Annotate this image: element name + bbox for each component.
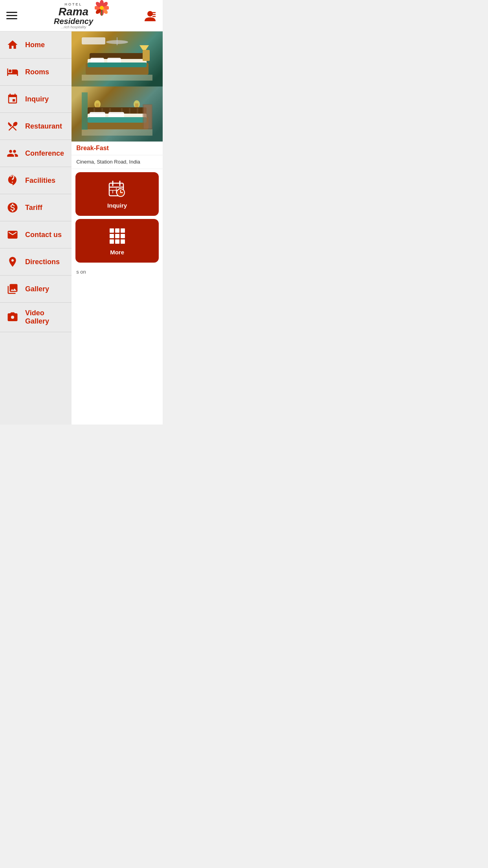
coins-icon [6,200,20,215]
sidebar-label-facilities: Facilities [25,177,55,185]
logo-tagline: ...rich hospitality [54,25,93,29]
envelope-icon [6,228,20,242]
svg-rect-42 [88,117,147,123]
restaurant-icon [6,119,20,133]
svg-rect-67 [121,239,125,244]
conference-icon [6,146,20,160]
facilities-icon [6,173,20,188]
compass-icon [6,255,20,269]
sidebar-item-inquiry[interactable]: Inquiry [0,86,72,113]
home-icon [6,38,20,52]
inquiry-icon [6,92,20,106]
sidebar-item-facilities[interactable]: Facilities [0,167,72,194]
svg-rect-24 [143,50,150,61]
sidebar-item-video-gallery[interactable]: Video Gallery [0,303,72,332]
svg-rect-65 [110,239,114,244]
svg-rect-63 [115,234,119,238]
sidebar-label-tariff: Tariff [25,204,42,212]
svg-rect-59 [110,228,114,233]
svg-point-10 [147,11,153,17]
svg-rect-62 [110,234,114,238]
sidebar-label-gallery: Gallery [25,285,49,293]
gallery-icon [6,282,20,296]
sidebar-item-restaurant[interactable]: Restaurant [0,113,72,140]
svg-rect-26 [82,75,152,81]
sidebar-item-conference[interactable]: Conference [0,140,72,167]
sidebar-item-directions[interactable]: Directions [0,248,72,276]
svg-rect-66 [115,239,119,244]
hamburger-menu-button[interactable] [6,12,17,19]
inquiry-button[interactable]: Inquiry [75,172,159,216]
sidebar-label-restaurant: Restaurant [25,122,62,131]
more-button[interactable]: More [75,219,159,263]
logo: HOTEL Rama Residency ...rich hospitality [54,2,109,29]
main-layout: Home Rooms Inquiry Restaurant [0,31,163,425]
svg-marker-25 [139,45,149,50]
room-image-1 [72,31,163,86]
sidebar-label-inquiry: Inquiry [25,95,49,103]
svg-rect-16 [82,37,105,44]
logo-line1: Rama [54,6,93,17]
user-menu-button[interactable] [144,10,156,21]
svg-rect-61 [121,228,125,233]
svg-rect-44 [144,105,152,129]
more-button-label: More [110,249,124,256]
svg-rect-46 [82,92,88,130]
room-image-2 [72,86,163,142]
svg-rect-45 [82,129,152,136]
sidebar-label-directions: Directions [25,258,60,266]
camera-icon [6,310,20,324]
svg-rect-23 [88,63,147,67]
sidebar-item-home[interactable]: Home [0,31,72,59]
sidebar-label-video-gallery: Video Gallery [25,309,66,326]
inquiry-button-label: Inquiry [107,202,127,209]
sidebar-label-home: Home [25,41,45,49]
svg-rect-60 [115,228,119,233]
header: HOTEL Rama Residency ...rich hospitality [0,0,163,31]
svg-point-8 [100,6,104,10]
bedroom-illustration-2 [82,92,152,136]
logo-line2: Residency [54,17,93,25]
bed-icon [6,65,20,79]
address-label: Cinema, Station Road, India [72,155,163,169]
sidebar: Home Rooms Inquiry Restaurant [0,31,72,425]
bedroom-illustration-1 [82,37,152,81]
more-button-icon [107,226,127,246]
sidebar-label-rooms: Rooms [25,68,49,76]
inquiry-button-icon [107,179,127,199]
sidebar-item-rooms[interactable]: Rooms [0,59,72,86]
sidebar-item-contact[interactable]: Contact us [0,221,72,248]
svg-rect-64 [121,234,125,238]
sidebar-item-gallery[interactable]: Gallery [0,276,72,303]
action-buttons: Inquiry More [72,169,163,266]
right-panel: Break-Fast Cinema, Station Road, India [72,31,163,425]
user-icon [144,10,156,21]
logo-flower-icon [95,0,109,16]
breakfast-label: Break-Fast [72,142,163,155]
sidebar-label-conference: Conference [25,149,64,158]
svg-point-15 [106,40,128,44]
sidebar-item-tariff[interactable]: Tariff [0,194,72,221]
footer-text: s on [72,266,163,278]
sidebar-label-contact: Contact us [25,231,62,239]
